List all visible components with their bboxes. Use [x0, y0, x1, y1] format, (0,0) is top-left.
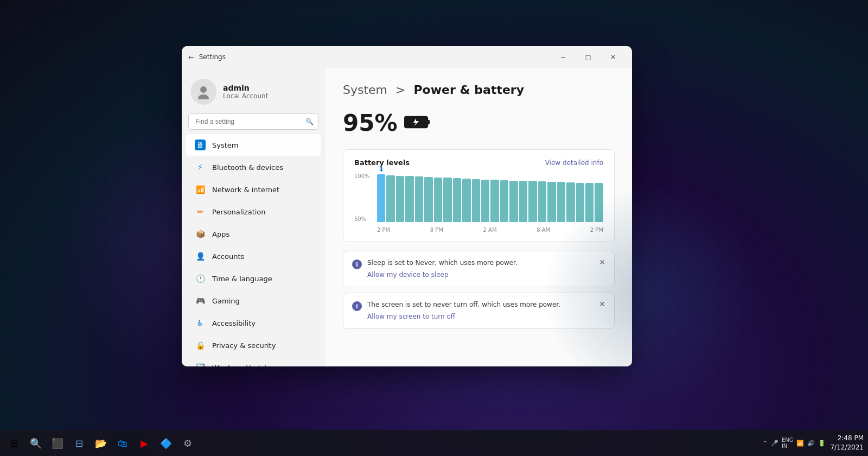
x-label-3: 8 AM: [537, 227, 550, 233]
chart-bar-21: [576, 183, 584, 222]
user-role: Local Account: [223, 92, 268, 100]
settings-body: admin Local Account 🔍 🖥 System ⚡ Bluetoo…: [182, 68, 632, 366]
media-button[interactable]: ▶: [135, 433, 154, 453]
search-taskbar-button[interactable]: 🔍: [26, 433, 46, 453]
sidebar-item-update[interactable]: 🔄 Windows Update: [186, 357, 321, 366]
screen-close-button[interactable]: ✕: [597, 300, 608, 308]
svg-rect-3: [427, 120, 430, 124]
chart-bar-19: [557, 182, 565, 222]
window-controls: − □ ✕: [551, 48, 626, 66]
svg-point-0: [200, 86, 207, 93]
sidebar-item-accessibility[interactable]: ♿ Accessibility: [186, 312, 321, 334]
screen-link[interactable]: Allow my screen to turn off: [367, 313, 455, 320]
settings-taskbar-button[interactable]: ⚙: [178, 433, 197, 453]
y-label-50: 50%: [354, 216, 376, 222]
sidebar-item-time[interactable]: 🕐 Time & language: [186, 268, 321, 289]
battery-display: 95%: [343, 110, 615, 136]
chart-bar-18: [547, 182, 556, 222]
main-content: System > Power & battery 95%: [326, 68, 632, 366]
taskbar-right: ⌃ 🎤 ENGIN 📶 🔊 🔋 2:48 PM 7/12/2021: [763, 434, 864, 452]
sidebar-item-label-time: Time & language: [212, 275, 272, 283]
chevron-up-icon[interactable]: ⌃: [763, 440, 768, 447]
store-button[interactable]: 🛍: [113, 433, 132, 453]
sidebar-item-bluetooth[interactable]: ⚡ Bluetooth & devices: [186, 156, 321, 178]
sidebar-item-personalization[interactable]: ✏️ Personalization: [186, 201, 321, 223]
notif-text-screen: The screen is set to never turn off, whi…: [367, 301, 605, 308]
chart-x-labels: 2 PM 8 PM 2 AM 8 AM 2 PM: [377, 227, 603, 233]
chart-bar-16: [528, 181, 537, 222]
accessibility-icon: ♿: [195, 318, 206, 328]
search-input[interactable]: [188, 113, 319, 130]
sleep-close-button[interactable]: ✕: [597, 258, 608, 267]
bluetooth-icon: ⚡: [195, 162, 206, 173]
back-button[interactable]: ←: [188, 53, 195, 61]
volume-icon[interactable]: 🔊: [807, 440, 815, 447]
notif-content-screen: The screen is set to never turn off, whi…: [367, 301, 605, 321]
chart-y-labels: 100% 50%: [354, 173, 376, 222]
user-profile[interactable]: admin Local Account: [182, 72, 326, 113]
chart-bar-7: [443, 178, 451, 222]
sidebar: admin Local Account 🔍 🖥 System ⚡ Bluetoo…: [182, 68, 326, 366]
user-name: admin: [223, 84, 268, 92]
sleep-link[interactable]: Allow my device to sleep: [367, 271, 449, 278]
chart-bar-2: [396, 176, 404, 223]
sidebar-item-label-accessibility: Accessibility: [212, 319, 256, 327]
sidebar-item-label-gaming: Gaming: [212, 297, 240, 305]
personalization-icon: ✏️: [195, 206, 206, 217]
battery-taskbar-icon[interactable]: 🔋: [818, 440, 826, 447]
chart-bar-0: ⬇: [377, 174, 385, 222]
notif-icon-screen: i: [352, 301, 362, 311]
chart-bar-1: [386, 175, 394, 222]
office-button[interactable]: 🔷: [156, 433, 176, 453]
breadcrumb-parent: System: [343, 83, 387, 97]
y-label-100: 100%: [354, 173, 376, 179]
task-view-button[interactable]: ⬛: [48, 433, 67, 453]
sidebar-item-label-apps: Apps: [212, 230, 229, 238]
file-explorer-button[interactable]: 📂: [91, 433, 111, 453]
chart-bar-13: [500, 180, 508, 222]
chart-bar-23: [595, 183, 603, 222]
maximize-button[interactable]: □: [576, 48, 601, 66]
battery-chart-container: Battery levels View detailed info 100% 5…: [343, 149, 615, 242]
taskbar-time-display: 2:48 PM: [830, 434, 864, 443]
privacy-icon: 🔒: [195, 340, 206, 351]
sidebar-item-network[interactable]: 📶 Network & internet: [186, 179, 321, 200]
search-icon: 🔍: [305, 118, 314, 125]
battery-icon: [404, 113, 430, 134]
chart-bar-10: [472, 179, 480, 222]
sidebar-item-accounts[interactable]: 👤 Accounts: [186, 245, 321, 267]
start-button[interactable]: ⊞: [4, 433, 24, 453]
x-label-1: 8 PM: [430, 227, 443, 233]
view-detailed-link[interactable]: View detailed info: [545, 159, 603, 167]
mic-icon: 🎤: [771, 440, 778, 447]
window-title: Settings: [199, 53, 546, 61]
sidebar-item-gaming[interactable]: 🎮 Gaming: [186, 290, 321, 312]
chart-bar-20: [566, 182, 575, 222]
accounts-icon: 👤: [195, 251, 206, 262]
nav: 🖥 System ⚡ Bluetooth & devices 📶 Network…: [182, 134, 326, 366]
settings-window: ← Settings − □ ✕ admin Local Account: [182, 46, 632, 366]
chart-bar-3: [405, 176, 413, 222]
gaming-icon: 🎮: [195, 295, 206, 306]
battery-percent: 95%: [343, 110, 398, 136]
x-label-2: 2 AM: [483, 227, 497, 233]
minimize-button[interactable]: −: [551, 48, 576, 66]
sidebar-item-privacy[interactable]: 🔒 Privacy & security: [186, 334, 321, 356]
sidebar-item-label-bluetooth: Bluetooth & devices: [212, 163, 283, 172]
chart-pin: ⬇: [379, 166, 384, 173]
close-button[interactable]: ✕: [601, 48, 626, 66]
chart-bar-22: [585, 183, 593, 222]
user-info: admin Local Account: [223, 84, 268, 100]
avatar: [190, 79, 216, 105]
widgets-button[interactable]: ⊟: [69, 433, 89, 453]
network-taskbar-icon[interactable]: 📶: [796, 440, 804, 447]
chart-bar-17: [538, 181, 546, 222]
screen-notification: i The screen is set to never turn off, w…: [343, 293, 615, 329]
title-bar: ← Settings − □ ✕: [182, 46, 632, 68]
sidebar-item-system[interactable]: 🖥 System: [186, 134, 321, 156]
sidebar-item-label-update: Windows Update: [212, 364, 271, 367]
breadcrumb-current: Power & battery: [413, 83, 524, 97]
time-icon: 🕐: [195, 273, 206, 284]
sidebar-item-apps[interactable]: 📦 Apps: [186, 223, 321, 245]
taskbar-clock[interactable]: 2:48 PM 7/12/2021: [830, 434, 864, 452]
